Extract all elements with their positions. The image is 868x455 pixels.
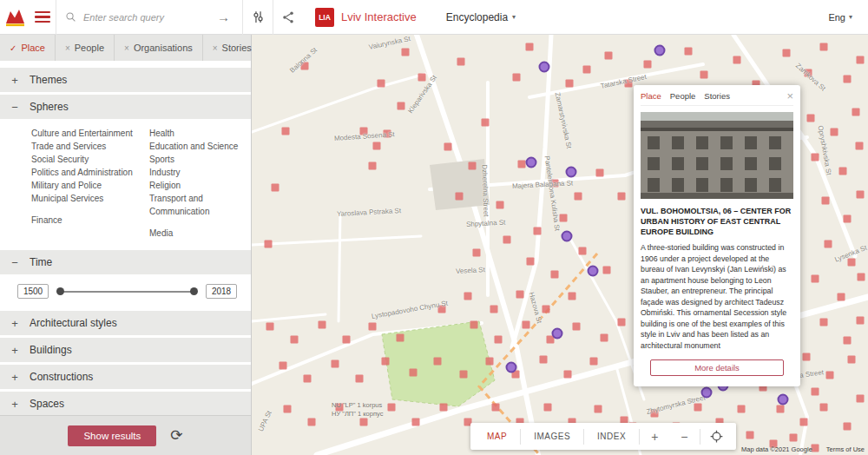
- section-spheres[interactable]: − Spheres: [0, 95, 251, 119]
- place-marker[interactable]: [373, 142, 381, 150]
- place-marker[interactable]: [356, 375, 364, 383]
- place-marker[interactable]: [486, 358, 494, 366]
- place-marker[interactable]: [575, 193, 582, 201]
- section-spaces[interactable]: + Spaces: [0, 392, 251, 416]
- sphere-link[interactable]: Social Security: [31, 153, 149, 166]
- place-marker[interactable]: [284, 406, 292, 413]
- place-marker[interactable]: [551, 271, 559, 279]
- place-marker[interactable]: [820, 404, 828, 412]
- place-marker[interactable]: [822, 197, 830, 205]
- language-selector[interactable]: Eng ▾: [828, 12, 868, 23]
- place-marker[interactable]: [790, 434, 798, 442]
- selected-place-marker[interactable]: [778, 394, 789, 406]
- place-marker[interactable]: [272, 184, 279, 192]
- selected-place-marker[interactable]: [588, 266, 599, 277]
- place-marker[interactable]: [332, 360, 339, 368]
- place-marker[interactable]: [856, 142, 864, 150]
- place-marker[interactable]: [685, 48, 693, 56]
- sphere-link[interactable]: Politics and Administration: [31, 166, 149, 179]
- place-marker[interactable]: [470, 321, 478, 329]
- place-marker[interactable]: [694, 404, 702, 412]
- place-marker[interactable]: [418, 74, 426, 82]
- slider-handle-min[interactable]: [56, 287, 64, 295]
- place-marker[interactable]: [398, 102, 405, 110]
- place-marker[interactable]: [601, 334, 608, 342]
- sphere-link[interactable]: Municipal Services: [31, 192, 149, 205]
- place-marker[interactable]: [438, 306, 446, 313]
- selected-place-marker[interactable]: [566, 167, 577, 178]
- place-marker[interactable]: [848, 259, 856, 267]
- place-marker[interactable]: [644, 61, 652, 69]
- filters-icon[interactable]: [243, 10, 273, 24]
- place-marker[interactable]: [820, 319, 828, 326]
- popup-tab-place[interactable]: Place: [641, 91, 661, 101]
- place-marker[interactable]: [700, 71, 708, 79]
- place-marker[interactable]: [812, 154, 819, 162]
- section-buildings[interactable]: + Buildings: [0, 338, 251, 362]
- close-icon[interactable]: ×: [786, 92, 793, 101]
- place-marker[interactable]: [544, 404, 552, 412]
- place-marker[interactable]: [564, 371, 572, 379]
- place-marker[interactable]: [464, 293, 472, 300]
- place-marker[interactable]: [618, 319, 626, 326]
- section-architectural-styles[interactable]: + Architectural styles: [0, 311, 251, 335]
- sphere-link[interactable]: Transport and Communication: [149, 192, 250, 218]
- nav-encyclopedia[interactable]: Encyclopedia ▾: [446, 11, 516, 23]
- brand-title[interactable]: Lviv Interactive: [341, 10, 417, 23]
- lia-logo[interactable]: LIA: [315, 8, 334, 27]
- place-marker[interactable]: [503, 236, 511, 244]
- place-marker[interactable]: [382, 358, 390, 366]
- selected-place-marker[interactable]: [526, 157, 537, 168]
- place-marker[interactable]: [825, 241, 832, 248]
- place-marker[interactable]: [343, 336, 351, 344]
- place-marker[interactable]: [858, 274, 865, 281]
- sphere-link[interactable]: Religion: [149, 179, 250, 192]
- place-marker[interactable]: [844, 423, 852, 431]
- section-time[interactable]: − Time: [0, 250, 251, 274]
- place-marker[interactable]: [651, 410, 659, 418]
- sphere-link[interactable]: Media: [149, 227, 250, 240]
- place-marker[interactable]: [319, 321, 326, 329]
- place-marker[interactable]: [402, 49, 410, 56]
- place-marker[interactable]: [838, 293, 845, 301]
- zoom-out-button[interactable]: −: [669, 430, 699, 444]
- place-marker[interactable]: [304, 375, 312, 383]
- tab-index[interactable]: INDEX: [584, 432, 639, 441]
- slider-handle-max[interactable]: [190, 287, 198, 295]
- place-marker[interactable]: [618, 193, 626, 201]
- place-marker[interactable]: [820, 43, 828, 51]
- place-marker[interactable]: [282, 128, 290, 135]
- place-marker[interactable]: [469, 162, 477, 170]
- app-logo[interactable]: [0, 7, 30, 28]
- place-marker[interactable]: [857, 395, 865, 403]
- selected-place-marker[interactable]: [506, 362, 517, 373]
- time-range-slider[interactable]: [57, 287, 197, 297]
- place-marker[interactable]: [460, 371, 468, 379]
- place-marker[interactable]: [783, 49, 791, 57]
- place-marker[interactable]: [495, 336, 503, 344]
- place-marker[interactable]: [412, 419, 420, 426]
- place-marker[interactable]: [410, 369, 418, 377]
- place-marker[interactable]: [456, 193, 464, 201]
- place-marker[interactable]: [738, 406, 746, 413]
- place-marker[interactable]: [523, 321, 530, 329]
- menu-icon[interactable]: [30, 11, 56, 23]
- place-marker[interactable]: [590, 358, 598, 366]
- search-submit-icon[interactable]: →: [214, 10, 233, 24]
- place-marker[interactable]: [595, 406, 602, 413]
- place-marker[interactable]: [360, 128, 368, 135]
- selected-place-marker[interactable]: [654, 45, 666, 56]
- place-marker[interactable]: [812, 388, 819, 396]
- selected-place-marker[interactable]: [701, 387, 713, 399]
- place-marker[interactable]: [746, 432, 754, 439]
- place-marker[interactable]: [540, 356, 548, 364]
- selected-place-marker[interactable]: [552, 328, 563, 340]
- show-results-button[interactable]: Show results: [68, 425, 156, 446]
- place-marker[interactable]: [490, 306, 498, 313]
- place-marker[interactable]: [805, 69, 812, 77]
- sphere-link[interactable]: Education and Science: [149, 140, 250, 153]
- sphere-link[interactable]: Health: [149, 127, 250, 140]
- tab-place[interactable]: ✓ Place: [0, 35, 56, 61]
- search-input[interactable]: [83, 12, 207, 23]
- tab-images[interactable]: IMAGES: [521, 432, 583, 441]
